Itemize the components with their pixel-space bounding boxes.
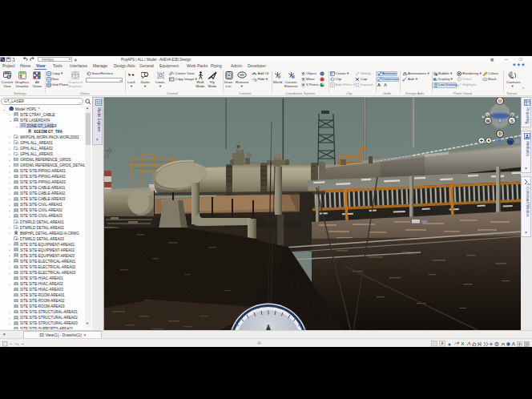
- svg-text:D: D: [498, 131, 502, 136]
- svg-text:U: U: [498, 99, 502, 103]
- svg-text:N: N: [486, 112, 489, 116]
- svg-text:S: S: [510, 118, 514, 123]
- svg-text:E: E: [511, 112, 514, 116]
